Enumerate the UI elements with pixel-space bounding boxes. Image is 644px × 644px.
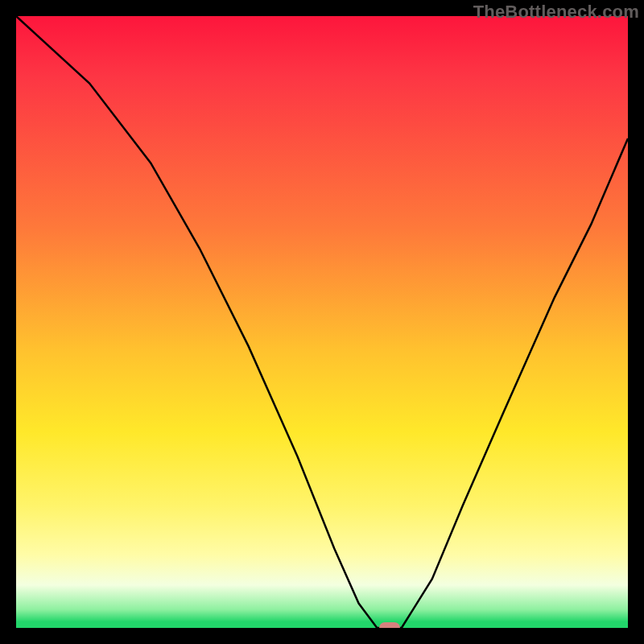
optimal-marker [379, 622, 400, 628]
severity-gradient [16, 16, 628, 628]
watermark-text: TheBottleneck.com [473, 2, 639, 23]
chart-frame: TheBottleneck.com [0, 0, 644, 644]
plot-area [16, 16, 628, 628]
